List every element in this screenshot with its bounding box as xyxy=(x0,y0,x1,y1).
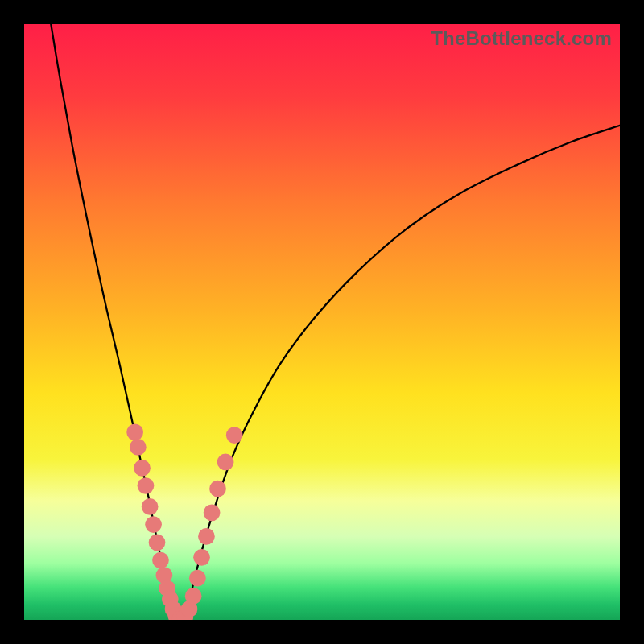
data-dot xyxy=(189,570,206,587)
data-dot xyxy=(217,454,234,471)
watermark-text: TheBottleneck.com xyxy=(431,27,612,50)
data-dot xyxy=(204,504,221,521)
data-dot xyxy=(130,439,147,456)
curve-lines xyxy=(51,24,620,620)
plot-area: TheBottleneck.com xyxy=(24,24,620,620)
data-dot xyxy=(209,481,226,497)
data-dot xyxy=(126,424,143,441)
data-dot xyxy=(193,549,210,566)
data-dot xyxy=(185,588,202,605)
data-dot xyxy=(142,498,159,515)
curve-right-branch xyxy=(185,126,620,620)
data-dot xyxy=(152,552,169,569)
chart-svg xyxy=(24,24,620,620)
data-dot xyxy=(134,460,151,477)
scatter-dots xyxy=(126,424,242,620)
data-dot xyxy=(138,477,155,494)
data-dot xyxy=(149,534,166,551)
data-dot xyxy=(145,516,162,533)
chart-frame: TheBottleneck.com xyxy=(0,0,644,644)
data-dot xyxy=(198,528,215,545)
data-dot xyxy=(226,427,243,444)
